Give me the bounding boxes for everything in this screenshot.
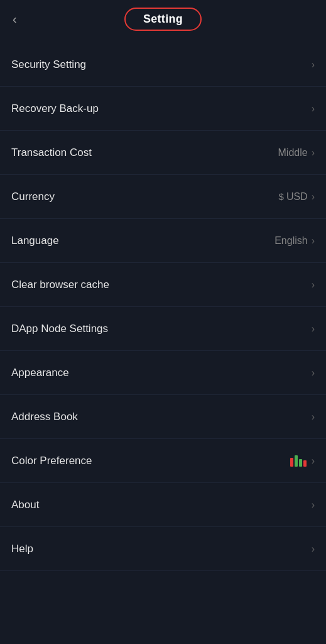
appearance-right: › xyxy=(310,367,315,379)
color-preference-right: › xyxy=(290,455,315,467)
dapp-node-label: DApp Node Settings xyxy=(11,323,108,335)
help-right: › xyxy=(310,543,315,555)
transaction-cost-value: Middle xyxy=(278,147,308,158)
chevron-icon: › xyxy=(312,411,315,423)
recovery-backup-right: › xyxy=(310,103,315,114)
settings-item-about[interactable]: About › xyxy=(0,483,326,527)
header-title-wrapper: Setting xyxy=(124,8,202,31)
bar-green-mid xyxy=(299,459,302,467)
chevron-icon: › xyxy=(312,279,315,291)
settings-item-address-book[interactable]: Address Book › xyxy=(0,395,326,439)
bar-red-1 xyxy=(290,458,293,467)
chevron-icon: › xyxy=(312,191,315,203)
settings-item-appearance[interactable]: Appearance › xyxy=(0,351,326,395)
security-setting-label: Security Setting xyxy=(11,58,86,71)
color-preference-icon xyxy=(290,455,307,467)
recovery-backup-label: Recovery Back-up xyxy=(11,103,99,115)
clear-cache-right: › xyxy=(310,279,315,291)
bar-green-tall xyxy=(295,455,298,467)
settings-item-security[interactable]: Security Setting › xyxy=(0,43,326,87)
transaction-cost-right: Middle › xyxy=(278,147,315,158)
bar-red-short xyxy=(303,460,307,467)
currency-label: Currency xyxy=(11,191,55,203)
settings-item-help[interactable]: Help › xyxy=(0,527,326,571)
address-book-right: › xyxy=(310,411,315,423)
chevron-icon: › xyxy=(312,543,315,555)
address-book-label: Address Book xyxy=(11,411,78,423)
header: ‹ Setting xyxy=(0,0,326,38)
appearance-label: Appearance xyxy=(11,367,69,379)
settings-item-currency[interactable]: Currency $ USD › xyxy=(0,175,326,219)
page-title: Setting xyxy=(143,13,183,25)
chevron-icon: › xyxy=(312,499,315,511)
settings-item-language[interactable]: Language English › xyxy=(0,219,326,263)
about-right: › xyxy=(310,499,315,511)
chevron-icon: › xyxy=(312,59,315,70)
chevron-icon: › xyxy=(312,455,315,467)
chevron-icon: › xyxy=(312,235,315,247)
back-button[interactable]: ‹ xyxy=(13,12,17,26)
chevron-icon: › xyxy=(312,367,315,379)
transaction-cost-label: Transaction Cost xyxy=(11,147,92,159)
language-label: Language xyxy=(11,235,59,247)
settings-item-dapp-node[interactable]: DApp Node Settings › xyxy=(0,307,326,351)
chevron-icon: › xyxy=(312,323,315,335)
help-label: Help xyxy=(11,543,33,555)
language-right: English › xyxy=(274,235,315,247)
settings-item-recovery[interactable]: Recovery Back-up › xyxy=(0,87,326,131)
about-label: About xyxy=(11,499,39,511)
color-preference-label: Color Preference xyxy=(11,455,92,467)
chevron-icon: › xyxy=(312,103,315,114)
language-value: English xyxy=(274,235,307,247)
clear-cache-label: Clear browser cache xyxy=(11,279,109,291)
currency-value: USD xyxy=(286,191,308,203)
chevron-icon: › xyxy=(312,147,315,158)
settings-item-transaction-cost[interactable]: Transaction Cost Middle › xyxy=(0,131,326,175)
settings-item-color-preference[interactable]: Color Preference › xyxy=(0,439,326,483)
settings-item-clear-cache[interactable]: Clear browser cache › xyxy=(0,263,326,307)
currency-symbol: $ xyxy=(279,191,284,202)
currency-right: $ USD › xyxy=(279,191,315,203)
settings-list: Security Setting › Recovery Back-up › Tr… xyxy=(0,43,326,571)
security-setting-right: › xyxy=(310,59,315,70)
dapp-node-right: › xyxy=(310,323,315,335)
